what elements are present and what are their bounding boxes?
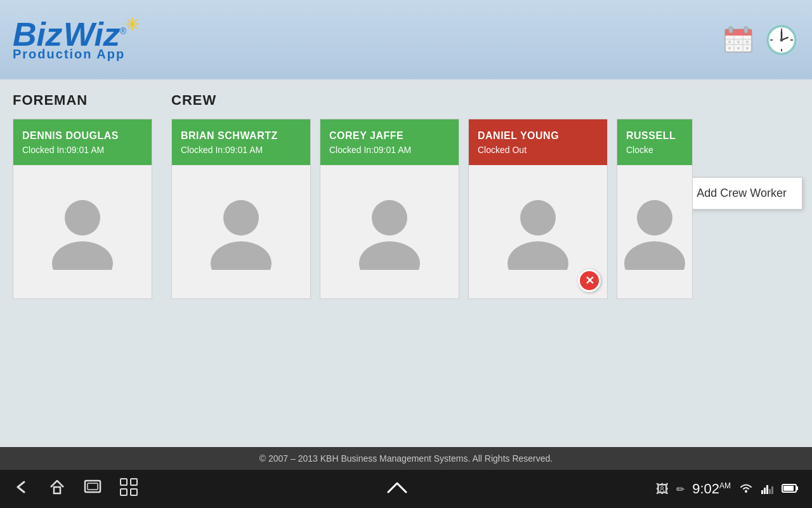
foreman-card-header: DENNIS DOUGLAS Clocked In:09:01 AM — [13, 119, 152, 165]
svg-point-32 — [508, 241, 568, 270]
svg-point-42 — [745, 490, 747, 493]
svg-rect-45 — [766, 485, 768, 494]
svg-point-14 — [746, 47, 749, 50]
foreman-card[interactable]: DENNIS DOUGLAS Clocked In:09:01 AM — [13, 119, 152, 299]
calendar-icon[interactable] — [721, 22, 756, 58]
crew-card-corey[interactable]: COREY JAFFE Clocked In:09:01 AM — [320, 119, 459, 299]
svg-point-23 — [780, 38, 783, 41]
avatar-icon — [48, 194, 117, 270]
foreman-name: DENNIS DOUGLAS — [22, 130, 143, 142]
wifi-icon — [738, 482, 754, 497]
svg-point-10 — [737, 41, 740, 43]
crew-name-brian: BRIAN SCHWARTZ — [181, 130, 301, 142]
svg-point-28 — [211, 241, 272, 270]
svg-point-29 — [372, 200, 407, 236]
crew-card-russell-header: RUSSELL Clocke — [617, 119, 692, 165]
svg-point-30 — [359, 241, 420, 270]
svg-point-33 — [637, 200, 672, 236]
nav-bar: 🖼 ✏ 9:02AM — [0, 470, 812, 508]
svg-point-9 — [728, 41, 731, 43]
crew-card-corey-header: COREY JAFFE Clocked In:09:01 AM — [320, 119, 459, 165]
recents-nav-icon[interactable] — [84, 478, 102, 500]
app-logo: Biz Wiz® ✳ Production App — [13, 18, 140, 62]
svg-rect-39 — [131, 479, 137, 485]
avatar-icon-russell — [620, 194, 690, 270]
battery-icon — [782, 483, 799, 495]
svg-point-13 — [737, 47, 740, 50]
nav-right-status: 🖼 ✏ 9:02AM — [656, 481, 799, 497]
back-nav-icon[interactable] — [13, 478, 30, 500]
crew-card-russell[interactable]: RUSSELL Clocke — [617, 119, 693, 299]
copyright-text: © 2007 – 2013 KBH Business Management Sy… — [259, 453, 553, 464]
foreman-avatar — [13, 165, 152, 298]
crew-section-label: CREW — [171, 92, 799, 109]
image-status-icon: 🖼 — [656, 482, 669, 497]
logo-biz: Biz — [13, 18, 62, 51]
svg-rect-8 — [744, 27, 748, 33]
crew-card-brian[interactable]: BRIAN SCHWARTZ Clocked In:09:01 AM — [171, 119, 311, 299]
crew-card-brian-header: BRIAN SCHWARTZ Clocked In:09:01 AM — [172, 119, 310, 165]
svg-rect-2 — [725, 33, 752, 36]
svg-rect-7 — [729, 27, 733, 33]
svg-rect-43 — [761, 490, 763, 494]
header-icons — [721, 22, 799, 58]
svg-rect-44 — [764, 488, 766, 494]
crew-card-daniel[interactable]: DANIEL YOUNG Clocked Out ✕ — [468, 119, 608, 299]
crew-avatar-corey — [320, 165, 459, 298]
time-ampm: AM — [719, 481, 731, 490]
crew-status-daniel: Clocked Out — [478, 145, 598, 155]
logo-star-icon: ✳ — [125, 14, 140, 35]
signal-icon — [761, 483, 774, 496]
logo-subtitle: Production App — [13, 47, 140, 62]
sections-row: FOREMAN DENNIS DOUGLAS Clocked In:09:01 … — [13, 92, 799, 299]
nav-center-icon[interactable] — [387, 481, 407, 497]
svg-point-25 — [65, 200, 100, 236]
svg-point-31 — [520, 200, 556, 236]
crew-status-brian: Clocked In:09:01 AM — [181, 145, 301, 155]
svg-rect-38 — [121, 479, 127, 485]
crew-card-daniel-header: DANIEL YOUNG Clocked Out — [469, 119, 607, 165]
status-time: 9:02AM — [692, 481, 731, 497]
clock-icon[interactable] — [764, 22, 799, 58]
footer-copyright: © 2007 – 2013 KBH Business Management Sy… — [0, 447, 812, 470]
foreman-section: FOREMAN DENNIS DOUGLAS Clocked In:09:01 … — [13, 92, 171, 299]
svg-point-27 — [223, 200, 259, 236]
main-content: Add Crew Worker FOREMAN DENNIS DOUGLAS C… — [0, 79, 812, 447]
svg-point-26 — [52, 241, 113, 270]
svg-point-12 — [728, 47, 731, 50]
svg-rect-35 — [54, 487, 60, 493]
home-nav-icon[interactable] — [48, 478, 66, 500]
crew-name-corey: COREY JAFFE — [329, 130, 450, 142]
svg-rect-46 — [769, 489, 771, 494]
svg-rect-50 — [783, 486, 794, 491]
apps-nav-icon[interactable] — [119, 478, 138, 500]
crew-avatar-brian — [172, 165, 310, 298]
svg-rect-40 — [121, 489, 127, 495]
crew-name-russell: RUSSELL — [626, 130, 683, 142]
svg-rect-47 — [771, 486, 773, 494]
svg-rect-41 — [131, 489, 137, 495]
avatar-icon-corey — [355, 194, 424, 270]
foreman-status: Clocked In:09:01 AM — [22, 145, 143, 155]
app-header: Biz Wiz® ✳ Production App — [0, 0, 812, 79]
avatar-icon-brian — [206, 194, 276, 270]
edit-status-icon: ✏ — [676, 483, 684, 495]
svg-rect-37 — [88, 483, 98, 490]
time-value: 9:02 — [692, 481, 719, 497]
crew-avatar-russell — [617, 165, 692, 298]
logo-wiz: Wiz® — [63, 18, 126, 51]
svg-rect-49 — [796, 486, 798, 490]
avatar-icon-daniel — [503, 194, 573, 270]
svg-point-11 — [746, 41, 749, 43]
remove-daniel-button[interactable]: ✕ — [578, 269, 601, 292]
nav-left-icons — [13, 478, 138, 500]
crew-status-corey: Clocked In:09:01 AM — [329, 145, 450, 155]
add-crew-worker-button[interactable]: Add Crew Worker — [681, 177, 802, 210]
crew-status-russell: Clocke — [626, 145, 683, 155]
crew-name-daniel: DANIEL YOUNG — [478, 130, 598, 142]
foreman-section-label: FOREMAN — [13, 92, 171, 109]
svg-point-34 — [624, 241, 685, 270]
